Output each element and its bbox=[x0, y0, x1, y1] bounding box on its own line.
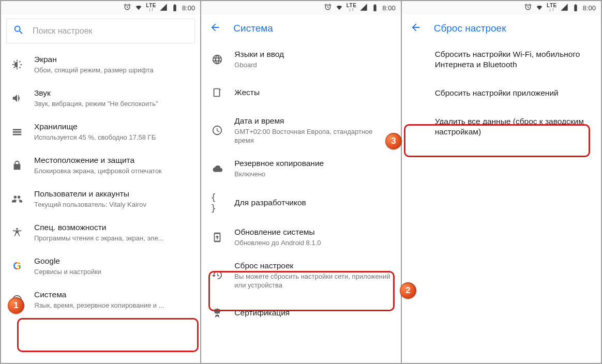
item-gestures[interactable]: Жесты bbox=[201, 76, 400, 109]
panel-settings: LTE↓↑ 8:00 Поиск настроек ЭкранОбои, спя… bbox=[1, 1, 201, 363]
sound-icon bbox=[10, 93, 24, 104]
clock: 8:00 bbox=[382, 4, 395, 12]
header: Сброс настроек bbox=[402, 14, 601, 42]
item-system[interactable]: СистемаЯзык, время, резервное копировани… bbox=[1, 283, 200, 316]
search-settings[interactable]: Поиск настроек bbox=[6, 19, 195, 43]
alarm-icon bbox=[524, 3, 532, 13]
header-title: Система bbox=[233, 23, 273, 34]
signal-icon bbox=[359, 3, 368, 13]
rosette-icon bbox=[210, 307, 224, 318]
reset-list: Сбросить настройки Wi-Fi, мобильного Инт… bbox=[402, 42, 601, 144]
header-title: Сброс настроек bbox=[434, 23, 506, 34]
clock: 8:00 bbox=[583, 4, 596, 12]
wifi-icon bbox=[535, 3, 544, 13]
item-certification[interactable]: Сертификация bbox=[201, 296, 400, 329]
globe-icon bbox=[210, 54, 224, 65]
settings-list: ЭкранОбои, спящий режим, размер шрифта З… bbox=[1, 48, 200, 316]
clock: 8:00 bbox=[182, 4, 195, 12]
battery-icon bbox=[571, 4, 580, 12]
network-type: LTE↓↑ bbox=[347, 4, 357, 12]
item-datetime[interactable]: Дата и времяGMT+02:00 Восточная Европа, … bbox=[201, 109, 400, 151]
network-type: LTE↓↑ bbox=[547, 4, 557, 12]
system-list: Языки и вводGboard Жесты Дата и времяGMT… bbox=[201, 42, 400, 329]
item-storage[interactable]: ХранилищеИспользуется 45 %, свободно 17,… bbox=[1, 115, 200, 148]
back-button[interactable] bbox=[410, 22, 422, 35]
item-accessibility[interactable]: Спец. возможностиПрограммы чтения с экра… bbox=[1, 216, 200, 249]
cloud-upload-icon bbox=[210, 163, 224, 174]
item-security[interactable]: Местоположение и защитаБлокировка экрана… bbox=[1, 148, 200, 182]
accessibility-icon bbox=[10, 227, 24, 238]
item-developer[interactable]: { } Для разработчиков bbox=[201, 185, 400, 220]
item-reset-apps[interactable]: Сбросить настройки приложений bbox=[402, 77, 601, 110]
users-icon bbox=[10, 193, 24, 205]
system-update-icon bbox=[210, 232, 224, 243]
battery-icon bbox=[371, 4, 379, 12]
search-placeholder: Поиск настроек bbox=[33, 26, 93, 36]
signal-icon bbox=[159, 3, 168, 13]
info-icon bbox=[10, 294, 24, 306]
signal-icon bbox=[560, 3, 568, 13]
item-update[interactable]: Обновление системыОбновлено до Android 8… bbox=[201, 220, 400, 254]
gestures-icon bbox=[210, 87, 224, 98]
header: Система bbox=[201, 14, 400, 42]
network-type: LTE↓↑ bbox=[146, 4, 156, 12]
status-bar: LTE↓↑ 8:00 bbox=[402, 1, 601, 14]
search-icon bbox=[13, 24, 24, 38]
item-reset-network[interactable]: Сбросить настройки Wi-Fi, мобильного Инт… bbox=[402, 42, 601, 77]
alarm-icon bbox=[324, 3, 332, 13]
panel-system: LTE↓↑ 8:00 Система Языки и вводGboard Же… bbox=[201, 1, 401, 363]
display-icon bbox=[10, 59, 24, 70]
item-users[interactable]: Пользователи и аккаунтыТекущий пользоват… bbox=[1, 182, 200, 216]
item-google[interactable]: G GoogleСервисы и настройки bbox=[1, 249, 200, 283]
item-display[interactable]: ЭкранОбои, спящий режим, размер шрифта bbox=[1, 48, 200, 81]
item-backup[interactable]: Резервное копированиеВключено bbox=[201, 151, 400, 185]
item-languages[interactable]: Языки и вводGboard bbox=[201, 42, 400, 76]
item-sound[interactable]: ЗвукЗвук, вибрация, режим "Не беспокоить… bbox=[1, 81, 200, 115]
item-factory-reset[interactable]: Удалить все данные (сброс к заводским на… bbox=[402, 110, 601, 144]
panel-reset: LTE↓↑ 8:00 Сброс настроек Сбросить настр… bbox=[401, 1, 601, 363]
wifi-icon bbox=[134, 3, 143, 13]
back-button[interactable] bbox=[209, 22, 221, 35]
restore-icon bbox=[210, 269, 224, 281]
wifi-icon bbox=[335, 3, 343, 13]
item-reset[interactable]: Сброс настроекВы можете сбросить настрой… bbox=[201, 254, 400, 296]
alarm-icon bbox=[123, 3, 131, 13]
storage-icon bbox=[10, 126, 24, 138]
clock-icon bbox=[210, 125, 224, 136]
braces-icon: { } bbox=[210, 192, 224, 214]
status-bar: LTE↓↑ 8:00 bbox=[1, 1, 200, 14]
lock-icon bbox=[10, 160, 24, 171]
google-icon: G bbox=[10, 260, 24, 272]
battery-icon bbox=[171, 4, 179, 12]
status-bar: LTE↓↑ 8:00 bbox=[201, 1, 400, 14]
